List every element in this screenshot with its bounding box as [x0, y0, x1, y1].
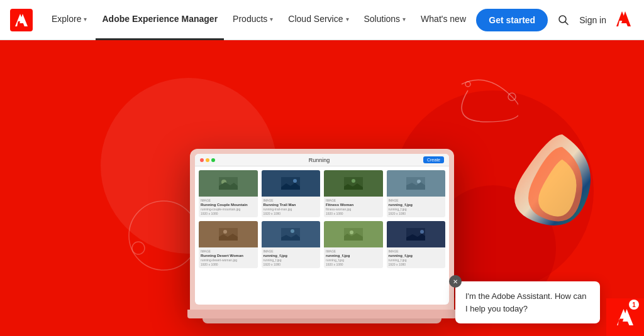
- search-icon: [558, 14, 569, 26]
- nav-item-products[interactable]: Products ▾: [226, 0, 279, 40]
- svg-point-5: [465, 82, 470, 87]
- nav-label-products: Products: [233, 14, 267, 24]
- chat-close-button[interactable]: ✕: [449, 275, 462, 288]
- chat-widget: ✕ I'm the Adobe Assistant. How can I hel…: [455, 281, 600, 323]
- screen-create-button[interactable]: Create: [423, 156, 444, 163]
- chevron-down-icon: ▾: [270, 16, 273, 23]
- nav-label-cloud-service: Cloud Service: [288, 14, 343, 24]
- card-size: 1920 x 1080: [201, 263, 256, 266]
- card-title: Running Desert Woman: [201, 254, 256, 257]
- screen-title: Running: [309, 157, 330, 163]
- svg-point-19: [350, 230, 353, 234]
- nav-item-aem[interactable]: Adobe Experience Manager: [96, 0, 224, 40]
- nav-item-solutions[interactable]: Solutions ▾: [358, 0, 413, 40]
- header-right: Get started Sign in: [476, 9, 634, 31]
- card-meta: running_f.jpg: [326, 258, 381, 262]
- card-size: 1920 x 1080: [264, 263, 319, 266]
- asset-card: IMAGE running_f.jpg running_f.jpg 1920 x…: [324, 221, 383, 268]
- site-header: Explore ▾ Adobe Experience Manager Produ…: [0, 0, 644, 40]
- laptop-screen: Running Create IMAGE Running Couple Moun…: [190, 149, 454, 310]
- nav-label-aem: Adobe Experience Manager: [102, 14, 218, 24]
- card-size: 1920 x 1080: [326, 263, 381, 266]
- card-body: IMAGE Running Trail Man running-trail-ma…: [262, 197, 321, 217]
- card-title: running_f.jpg: [389, 254, 444, 257]
- card-title: Fitness Woman: [326, 203, 381, 207]
- card-body: IMAGE Running Desert Woman running-deser…: [199, 247, 258, 268]
- window-controls: [200, 158, 215, 162]
- nav-item-explore[interactable]: Explore ▾: [45, 0, 93, 40]
- adobe-logo[interactable]: [10, 9, 33, 31]
- chevron-down-icon: ▾: [402, 16, 406, 23]
- card-tag: IMAGE: [326, 249, 381, 253]
- hero-section: Running Create IMAGE Running Couple Moun…: [0, 40, 644, 336]
- card-tag: IMAGE: [389, 198, 444, 202]
- card-title: running_f.jpg: [389, 203, 444, 207]
- asset-card: IMAGE running_f.jpg running_f.jpg 1920 x…: [387, 170, 446, 217]
- card-meta: running_f.jpg: [389, 207, 444, 211]
- adobe-icon-right: [614, 9, 634, 31]
- card-size: 1920 x 1080: [389, 263, 444, 266]
- screen-header: Running Create: [195, 154, 449, 166]
- card-size: 1920 x 1080: [264, 212, 319, 215]
- svg-point-2: [129, 201, 198, 270]
- card-tag: IMAGE: [389, 249, 444, 253]
- card-meta: fitness-woman.jpg: [326, 207, 381, 211]
- dot-yellow: [206, 158, 209, 162]
- nav-item-whats-new[interactable]: What's new: [414, 0, 472, 40]
- svg-point-11: [352, 179, 355, 183]
- chat-message: I'm the Adobe Assistant. How can I help …: [465, 290, 590, 315]
- card-title: Running Couple Mountain: [201, 203, 256, 207]
- card-body: IMAGE running_f.jpg running_f.jpg 1920 x…: [324, 247, 383, 268]
- card-meta: running-trail-man.jpg: [264, 207, 319, 211]
- card-body: IMAGE running_f.jpg running_f.jpg 1920 x…: [387, 197, 446, 217]
- asset-card: IMAGE Running Desert Woman running-deser…: [199, 221, 258, 268]
- card-size: 1920 x 1080: [389, 212, 444, 215]
- screen-content: Running Create IMAGE Running Couple Moun…: [195, 154, 449, 305]
- svg-point-21: [420, 230, 424, 234]
- asset-card: IMAGE Running Trail Man running-trail-ma…: [262, 170, 321, 217]
- laptop-foot: [203, 318, 441, 323]
- card-size: 1920 x 1080: [201, 212, 256, 215]
- nav-item-cloud-service[interactable]: Cloud Service ▾: [282, 0, 355, 40]
- search-button[interactable]: [555, 12, 572, 28]
- laptop-mockup: Running Create IMAGE Running Couple Moun…: [190, 149, 454, 323]
- nav-label-whats-new: What's new: [421, 14, 466, 24]
- dot-red: [200, 158, 204, 162]
- svg-point-17: [291, 229, 294, 233]
- sign-in-link[interactable]: Sign in: [579, 15, 606, 25]
- card-meta: running_f.jpg: [389, 258, 444, 262]
- card-tag: IMAGE: [201, 249, 256, 253]
- card-size: 1920 x 1080: [326, 212, 381, 215]
- card-meta: running-desert-woman.jpg: [201, 258, 256, 262]
- card-body: IMAGE running_f.jpg running_f.jpg 1920 x…: [262, 247, 321, 268]
- card-tag: IMAGE: [264, 249, 319, 253]
- svg-point-15: [223, 230, 227, 234]
- dot-green: [211, 158, 215, 162]
- nav-label-solutions: Solutions: [364, 14, 401, 24]
- card-title: running_f.jpg: [326, 254, 381, 257]
- wire-decoration-right: [455, 78, 518, 128]
- laptop-base: [187, 310, 457, 318]
- card-tag: IMAGE: [326, 198, 381, 202]
- colorful-swirl: [512, 122, 613, 247]
- asset-grid: IMAGE Running Couple Mountain running-co…: [195, 166, 449, 272]
- svg-point-3: [132, 242, 145, 254]
- svg-line-1: [565, 21, 569, 24]
- asset-card: IMAGE running_f.jpg running_f.jpg 1920 x…: [262, 221, 321, 268]
- card-title: Running Trail Man: [264, 203, 319, 207]
- get-started-button[interactable]: Get started: [476, 9, 548, 31]
- asset-card: IMAGE running_f.jpg running_f.jpg 1920 x…: [387, 221, 446, 268]
- notification-badge: 1: [629, 300, 639, 310]
- asset-card: IMAGE Fitness Woman fitness-woman.jpg 19…: [324, 170, 383, 217]
- card-tag: IMAGE: [201, 198, 256, 202]
- svg-point-9: [293, 179, 297, 183]
- nav-label-explore: Explore: [52, 14, 81, 24]
- main-nav: Explore ▾ Adobe Experience Manager Produ…: [45, 0, 476, 40]
- chevron-down-icon: ▾: [84, 16, 87, 23]
- card-title: running_f.jpg: [264, 254, 319, 257]
- asset-card: IMAGE Running Couple Mountain running-co…: [199, 170, 258, 217]
- card-body: IMAGE Running Couple Mountain running-co…: [199, 197, 258, 217]
- card-meta: running_f.jpg: [264, 258, 319, 262]
- card-meta: running-couple-mountain.jpg: [201, 207, 256, 211]
- card-body: IMAGE running_f.jpg running_f.jpg 1920 x…: [387, 247, 446, 268]
